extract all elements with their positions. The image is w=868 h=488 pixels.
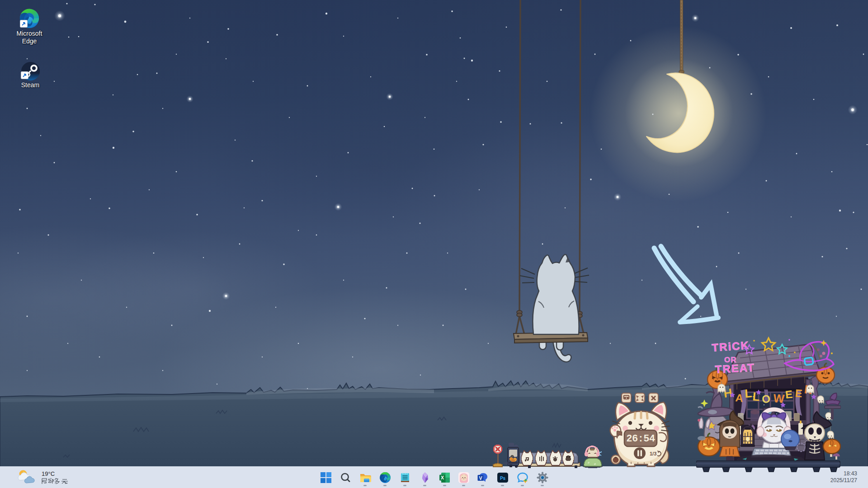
svg-text:E: E	[785, 388, 793, 401]
svg-text:V: V	[479, 475, 482, 481]
svg-text:O: O	[761, 392, 771, 405]
svg-text:X: X	[441, 475, 444, 480]
svg-text:A: A	[735, 391, 744, 404]
svg-text:TREAT: TREAT	[715, 361, 755, 375]
svg-text:L: L	[744, 386, 752, 400]
svg-text:E: E	[795, 387, 803, 399]
svg-text:Ps: Ps	[500, 476, 506, 481]
svg-text:1/3: 1/3	[650, 451, 656, 456]
svg-text:26:54: 26:54	[626, 433, 655, 445]
